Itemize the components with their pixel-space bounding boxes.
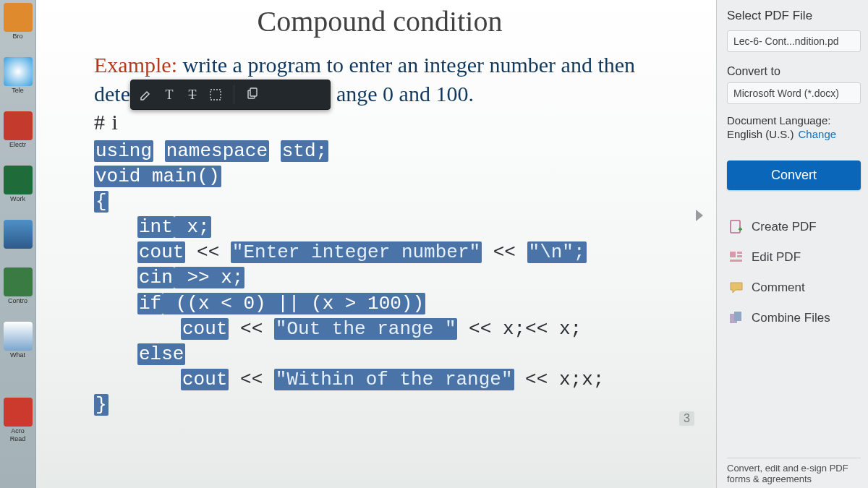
tool-combine[interactable]: Combine Files	[727, 303, 861, 333]
svg-rect-5	[737, 252, 742, 254]
acrobat-icon	[4, 398, 33, 427]
slide-title: Compound condition	[65, 4, 694, 38]
edit-pdf-icon	[728, 249, 744, 265]
convert-to-label: Convert to	[727, 65, 861, 78]
convert-button[interactable]: Convert	[727, 160, 861, 190]
taskbar-item[interactable]	[4, 220, 33, 250]
taskbar-item[interactable]: Electr	[4, 111, 33, 148]
tool-create-pdf[interactable]: Create PDF	[727, 212, 861, 242]
selected-file[interactable]: Lec-6- Cont...ndition.pd	[727, 30, 861, 52]
hash-line: # i	[94, 110, 694, 134]
next-slide-icon[interactable]	[696, 210, 703, 221]
svg-rect-6	[737, 255, 742, 257]
slide-content: Compound condition Example: write a prog…	[36, 0, 716, 488]
tool-comment[interactable]: Comment	[727, 273, 861, 303]
convert-to-select[interactable]: Microsoft Word (*.docx)	[727, 82, 861, 104]
example-keyword: Example:	[94, 53, 177, 77]
svg-rect-4	[730, 252, 736, 257]
taskbar-item[interactable]: What	[4, 322, 33, 359]
desktop-taskbar: Bro Tele Electr Work Contro What Acro Re…	[0, 0, 36, 488]
strikethrough-icon[interactable]: T	[184, 87, 200, 103]
text-icon[interactable]: T	[161, 87, 177, 103]
whatsapp-icon	[4, 322, 33, 351]
comment-icon	[728, 280, 744, 296]
doc-language-label: Document Language:	[727, 114, 861, 127]
change-language-link[interactable]: Change	[799, 128, 837, 140]
panel-footer: Convert, edit and e-sign PDF forms & agr…	[727, 458, 861, 485]
taskbar-item[interactable]: Tele	[4, 57, 33, 94]
combine-icon	[728, 310, 744, 326]
browser-icon	[4, 3, 33, 32]
app-icon	[4, 220, 33, 249]
page-number: 3	[679, 411, 694, 426]
highlight-icon[interactable]	[138, 87, 154, 103]
svg-rect-3	[731, 221, 740, 233]
note-icon[interactable]	[208, 87, 224, 103]
tool-edit-pdf[interactable]: Edit PDF	[727, 242, 861, 273]
doc-language-value: English (U.S.)Change	[727, 128, 861, 140]
example-line-1: Example: write a program to enter an int…	[94, 51, 694, 79]
taskbar-item[interactable]: Contro	[4, 267, 33, 304]
control-icon	[4, 267, 33, 296]
toolbar-separator	[234, 85, 234, 104]
taskbar-item[interactable]: Bro	[4, 3, 33, 40]
copy-icon[interactable]	[244, 87, 260, 103]
code-block: using namespace std; void main() { int x…	[94, 139, 694, 418]
create-pdf-icon	[728, 219, 744, 235]
telegram-icon	[4, 57, 33, 86]
svg-rect-9	[734, 312, 741, 321]
app-icon	[4, 111, 33, 140]
export-panel: Select PDF File Lec-6- Cont...ndition.pd…	[716, 0, 868, 488]
taskbar-item[interactable]: Acro Read	[4, 398, 33, 442]
svg-rect-0	[210, 90, 221, 100]
selection-toolbar[interactable]: T T	[130, 80, 331, 110]
taskbar-item[interactable]: Work	[4, 166, 33, 202]
app-icon	[4, 166, 33, 194]
select-file-label: Select PDF File	[727, 9, 861, 23]
svg-rect-7	[730, 260, 742, 262]
svg-rect-2	[250, 88, 257, 96]
